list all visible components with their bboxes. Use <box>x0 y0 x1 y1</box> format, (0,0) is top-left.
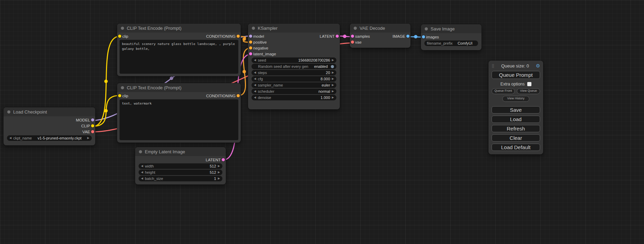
collapse-dot-icon[interactable] <box>354 27 357 30</box>
node-title-bar[interactable]: CLIP Text Encode (Prompt) <box>117 83 241 92</box>
input-slot-clip[interactable] <box>118 94 121 97</box>
node-clip-text-encode-positive[interactable]: CLIP Text Encode (Prompt) clip CONDITION… <box>117 24 241 76</box>
steps-widget[interactable]: ◀ steps 20 ▶ <box>252 70 336 75</box>
decrement-arrow-icon[interactable]: ◀ <box>254 96 256 99</box>
collapse-dot-icon[interactable] <box>121 86 124 89</box>
height-widget[interactable]: ◀ height 512 ▶ <box>139 170 222 175</box>
load-default-button[interactable]: Load Default <box>492 144 540 151</box>
output-slot-conditioning[interactable] <box>237 94 240 97</box>
output-slot-image[interactable] <box>406 35 409 38</box>
next-arrow-icon[interactable]: ▶ <box>332 84 334 87</box>
node-title-bar[interactable]: Save Image <box>421 24 482 33</box>
view-queue-button[interactable]: View Queue <box>517 88 540 94</box>
denoise-widget[interactable]: ◀ denoise 1.000 ▶ <box>252 95 336 100</box>
input-label-latent-image: latent_image <box>253 52 276 56</box>
collapse-dot-icon[interactable] <box>121 27 124 30</box>
increment-arrow-icon[interactable]: ▶ <box>332 71 334 74</box>
widget-label: ckpt_name <box>13 136 32 140</box>
input-slot-latent-image[interactable] <box>249 52 252 55</box>
refresh-button[interactable]: Refresh <box>492 125 540 132</box>
queue-front-button[interactable]: Queue Front <box>492 88 515 94</box>
node-title-bar[interactable]: VAE Decode <box>350 24 411 33</box>
input-slot-negative[interactable] <box>249 46 252 49</box>
output-slot-latent[interactable] <box>336 35 339 38</box>
node-clip-text-encode-negative[interactable]: CLIP Text Encode (Prompt) clip CONDITION… <box>117 83 241 143</box>
extra-options-checkbox[interactable] <box>527 82 531 86</box>
graph-canvas[interactable]: Load Checkpoint MODEL CLIP VAE ◀ ckpt_na… <box>0 0 644 244</box>
drag-handle-icon[interactable]: ⣿ <box>492 64 494 68</box>
ckpt-name-widget[interactable]: ◀ ckpt_name v1-5-pruned-emaonly.ckpt ▶ <box>7 135 92 141</box>
load-button[interactable]: Load <box>492 116 540 123</box>
batch-size-widget[interactable]: ◀ batch_size 1 ▶ <box>139 176 222 181</box>
node-save-image[interactable]: Save Image images filename_prefix ComfyU… <box>421 24 482 50</box>
widget-value: enabled <box>314 64 328 69</box>
prev-arrow-icon[interactable]: ◀ <box>9 137 11 139</box>
node-ksampler[interactable]: KSampler model LATENT positive negative … <box>248 24 340 109</box>
decrement-arrow-icon[interactable]: ◀ <box>141 177 143 180</box>
random-seed-toggle-widget[interactable]: Random seed after every gen enabled <box>252 64 336 69</box>
output-slot-clip[interactable] <box>91 124 94 127</box>
node-title-bar[interactable]: KSampler <box>248 24 340 33</box>
widget-label: batch_size <box>145 177 163 181</box>
node-title: VAE Decode <box>360 26 385 31</box>
scheduler-widget[interactable]: ◀ scheduler normal ▶ <box>252 89 336 94</box>
filename-prefix-widget[interactable]: filename_prefix ComfyUI <box>424 40 478 46</box>
increment-arrow-icon[interactable]: ▶ <box>332 59 334 62</box>
toggle-dot-icon[interactable] <box>331 65 334 68</box>
collapse-dot-icon[interactable] <box>139 150 142 153</box>
increment-arrow-icon[interactable]: ▶ <box>332 78 334 80</box>
decrement-arrow-icon[interactable]: ◀ <box>254 78 256 80</box>
output-slot-latent[interactable] <box>222 158 225 161</box>
collapse-dot-icon[interactable] <box>7 110 10 114</box>
node-title-bar[interactable]: Load Checkpoint <box>3 107 95 116</box>
save-button[interactable]: Save <box>492 106 540 114</box>
collapse-dot-icon[interactable] <box>252 27 255 30</box>
width-widget[interactable]: ◀ width 512 ▶ <box>139 163 222 169</box>
output-slot-conditioning[interactable] <box>237 35 240 38</box>
link-midpoint-dot <box>343 35 346 38</box>
input-slot-model[interactable] <box>249 35 252 38</box>
node-empty-latent-image[interactable]: Empty Latent Image LATENT ◀ width 512 ▶ … <box>135 147 226 184</box>
widget-value: 512 <box>210 170 216 174</box>
view-history-button[interactable]: View History <box>502 96 529 102</box>
node-title-bar[interactable]: Empty Latent Image <box>135 147 226 156</box>
sampler-name-widget[interactable]: ◀ sampler_name euler ▶ <box>252 82 336 88</box>
input-slot-positive[interactable] <box>249 40 252 44</box>
input-slot-clip[interactable] <box>118 35 121 38</box>
slot-row: CLIP <box>3 123 95 129</box>
input-label-images: images <box>426 35 439 39</box>
increment-arrow-icon[interactable]: ▶ <box>218 165 220 168</box>
prompt-textarea[interactable]: text, watermark <box>120 99 238 140</box>
input-label-samples: samples <box>355 34 370 38</box>
node-vae-decode[interactable]: VAE Decode samples IMAGE vae <box>350 24 411 48</box>
prompt-textarea[interactable]: beautiful scenery nature glass bottle la… <box>120 40 238 74</box>
decrement-arrow-icon[interactable]: ◀ <box>141 171 143 174</box>
increment-arrow-icon[interactable]: ▶ <box>218 177 220 180</box>
queue-prompt-button[interactable]: Queue Prompt <box>492 71 540 79</box>
queue-panel-header: ⣿ Queue size: 0 ⚙ <box>492 63 540 69</box>
clear-button[interactable]: Clear <box>492 134 540 142</box>
node-title-bar[interactable]: CLIP Text Encode (Prompt) <box>117 24 241 33</box>
queue-panel[interactable]: ⣿ Queue size: 0 ⚙ Queue Prompt Extra opt… <box>488 61 543 154</box>
cfg-widget[interactable]: ◀ cfg 8.000 ▶ <box>252 76 336 82</box>
prev-arrow-icon[interactable]: ◀ <box>254 84 256 87</box>
seed-widget[interactable]: ◀ seed 156680208700286 ▶ <box>252 57 336 63</box>
input-slot-vae[interactable] <box>351 40 354 44</box>
decrement-arrow-icon[interactable]: ◀ <box>254 71 256 74</box>
widget-label: sampler_name <box>258 83 283 87</box>
input-slot-samples[interactable] <box>351 35 354 38</box>
increment-arrow-icon[interactable]: ▶ <box>332 96 334 99</box>
prev-arrow-icon[interactable]: ◀ <box>254 90 256 93</box>
output-label-conditioning: CONDITIONING <box>206 94 236 98</box>
decrement-arrow-icon[interactable]: ◀ <box>254 59 256 62</box>
next-arrow-icon[interactable]: ▶ <box>87 137 89 139</box>
decrement-arrow-icon[interactable]: ◀ <box>141 165 143 168</box>
output-slot-model[interactable] <box>91 118 94 121</box>
input-slot-images[interactable] <box>422 35 425 38</box>
node-load-checkpoint[interactable]: Load Checkpoint MODEL CLIP VAE ◀ ckpt_na… <box>3 107 95 145</box>
collapse-dot-icon[interactable] <box>425 27 428 30</box>
next-arrow-icon[interactable]: ▶ <box>332 90 334 93</box>
increment-arrow-icon[interactable]: ▶ <box>218 171 220 174</box>
settings-gear-icon[interactable]: ⚙ <box>536 63 540 69</box>
output-slot-vae[interactable] <box>91 130 94 133</box>
